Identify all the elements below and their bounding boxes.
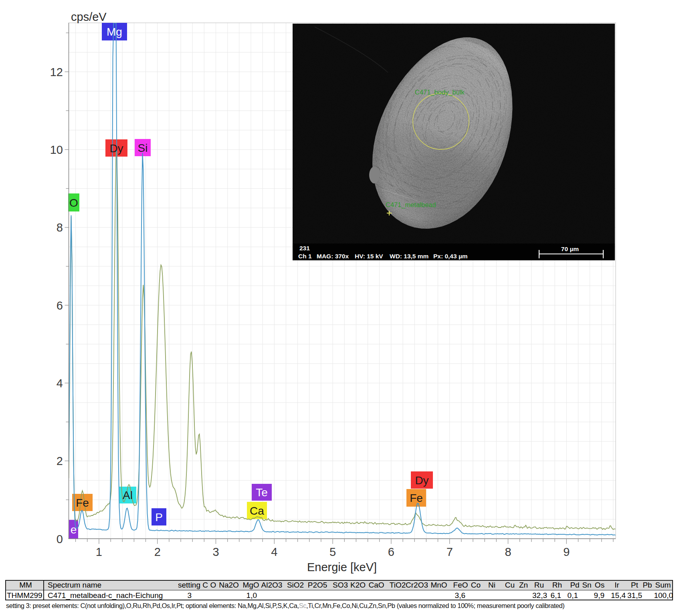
svg-text:Al: Al [123,489,133,501]
svg-text:6: 6 [388,546,394,558]
svg-text:e: e [71,523,77,536]
svg-text:Te: Te [256,486,268,499]
svg-text:P: P [155,511,163,523]
svg-text:231: 231 [299,245,310,252]
svg-text:Si: Si [138,142,148,154]
svg-text:Fe: Fe [410,492,423,504]
svg-text:6: 6 [57,299,63,312]
svg-text:3: 3 [212,546,219,558]
svg-text:4: 4 [57,377,63,390]
svg-text:Px: 0,43 µm: Px: 0,43 µm [433,253,468,260]
svg-text:7: 7 [447,546,453,558]
svg-text:10: 10 [50,143,63,156]
svg-text:5: 5 [329,546,336,558]
svg-text:9: 9 [563,546,570,558]
svg-text:Dy: Dy [415,474,428,487]
svg-text:2: 2 [154,546,161,558]
svg-text:Energie [keV]: Energie [keV] [307,561,377,574]
svg-text:Fe: Fe [76,497,89,509]
svg-text:HV: 15 kV: HV: 15 kV [355,253,383,260]
svg-text:4: 4 [271,546,277,558]
svg-text:C471_body_bulk: C471_body_bulk [415,89,465,96]
svg-text:C471_metalbead: C471_metalbead [386,201,436,209]
svg-text:MAG: 370x: MAG: 370x [317,253,349,260]
svg-text:70 µm: 70 µm [561,246,579,252]
svg-text:Mg: Mg [107,26,122,38]
svg-text:O: O [69,197,78,209]
svg-text:12: 12 [50,66,63,79]
svg-text:WD: 13,5 mm: WD: 13,5 mm [390,253,428,260]
svg-text:0: 0 [57,533,63,546]
svg-text:Ch 1: Ch 1 [298,253,312,260]
svg-text:cps/eV: cps/eV [71,10,107,23]
svg-text:8: 8 [57,221,63,234]
svg-text:2: 2 [57,455,63,467]
svg-text:Ca: Ca [250,505,264,517]
svg-text:1: 1 [96,546,102,558]
svg-text:8: 8 [505,546,511,558]
svg-text:Dy: Dy [109,142,123,155]
